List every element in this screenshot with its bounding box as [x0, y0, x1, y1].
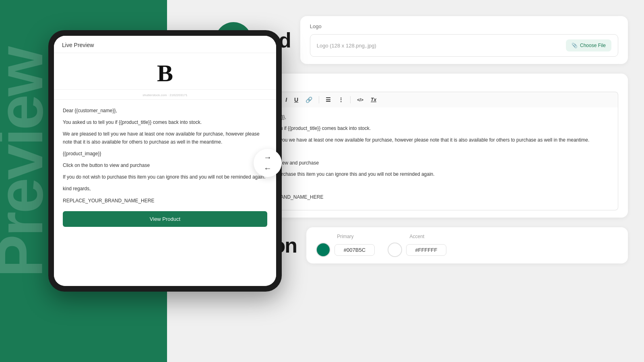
link-button[interactable]: 🔗: [303, 95, 315, 104]
primary-color-swatch[interactable]: [316, 243, 330, 257]
device-body: B shutterstock.com · 2162203171 Dear {{c…: [54, 53, 276, 286]
body-message-title: Body message: [225, 81, 618, 87]
arrow-left-icon: ←: [264, 164, 272, 173]
italic-button[interactable]: I: [283, 95, 289, 104]
choose-file-label: Choose File: [580, 43, 606, 48]
email-logo-letter: B: [157, 61, 173, 85]
email-product-image: {{product_image}}: [63, 150, 267, 158]
editor-product-image: {{product_image}}: [232, 147, 611, 155]
logo-card: Logo Logo (128 x 128.png,.jpg) 📎 Choose …: [300, 16, 628, 64]
left-panel: Preview Live Preview B shutterstock.com …: [0, 0, 167, 362]
color-card: Primary Accent: [306, 227, 628, 263]
editor-brand-name: REPLACE_YOUR_BRAND_NAME_HERE: [232, 193, 611, 201]
email-kind-regards: kind regards,: [63, 185, 267, 193]
swap-icon-container[interactable]: → ←: [254, 149, 282, 177]
editor-line5: If you do not wish to purchase this item…: [232, 170, 611, 178]
editor-content[interactable]: Dear {{customer_name}}, You asked us to …: [225, 107, 618, 210]
arrow-right-icon: →: [264, 153, 272, 162]
editor-toolbar: Normal ▾ B I U 🔗 ☰ ⋮ </> Tx: [225, 92, 618, 107]
ordered-list-button[interactable]: ☰: [323, 95, 333, 104]
paperclip-icon: 📎: [572, 43, 578, 48]
email-line5: If you do not wish to purchase this item…: [63, 173, 267, 181]
device-frame: Live Preview B shutterstock.com · 216220…: [48, 30, 282, 292]
editor-line2: You asked us to tell you if {{product_ti…: [232, 124, 611, 132]
email-line4: Click on the button to view and purchase: [63, 162, 267, 169]
clear-format-button[interactable]: Tx: [368, 96, 379, 104]
preview-watermark-text: Preview: [0, 48, 52, 278]
logo-upload-area: Logo (128 x 128.png,.jpg) 📎 Choose File: [310, 34, 618, 57]
email-line1: Dear {{customer_name}},: [63, 107, 267, 115]
unordered-list-button[interactable]: ⋮: [336, 95, 346, 104]
primary-color-item: Primary: [316, 234, 375, 257]
device-header: Live Preview: [54, 36, 276, 53]
logo-card-title: Logo: [310, 23, 618, 29]
underline-button[interactable]: U: [292, 95, 301, 104]
swap-arrows: → ←: [264, 153, 272, 173]
editor-line3: We are pleased to tell you we have at le…: [232, 136, 611, 144]
editor-line4: Click on the button to view and purchase: [232, 159, 611, 167]
editor-line1: Dear {{customer_name}},: [232, 113, 611, 121]
toolbar-divider-2: [319, 96, 319, 103]
watermark: shutterstock.com · 2162203171: [142, 93, 188, 97]
view-product-button[interactable]: View Product: [63, 211, 267, 227]
email-line2: You asked us to tell you if {{product_ti…: [63, 119, 267, 126]
primary-color-row: [316, 243, 375, 257]
email-brand-name: REPLACE_YOUR_BRAND_NAME_HERE: [63, 197, 267, 205]
accent-color-input[interactable]: [406, 244, 446, 256]
accent-color-row: [388, 243, 446, 257]
accent-color-item: Accent: [388, 234, 446, 257]
accent-color-swatch[interactable]: [388, 243, 402, 257]
email-content: Dear {{customer_name}}, You asked us to …: [54, 100, 276, 234]
email-logo-area: B: [54, 53, 276, 90]
primary-color-input[interactable]: [334, 244, 375, 256]
accent-color-label: Accent: [410, 234, 425, 239]
email-line3: We are pleased to tell you we have at le…: [63, 130, 267, 146]
toolbar-divider-3: [350, 96, 351, 103]
primary-color-label: Primary: [337, 234, 353, 239]
logo-upload-placeholder: Logo (128 x 128.png,.jpg): [317, 43, 376, 49]
editor-kind-regards: kind regards,: [232, 181, 611, 189]
choose-file-button[interactable]: 📎 Choose File: [566, 39, 611, 51]
live-preview-label: Live Preview: [62, 42, 94, 48]
device-inner: Live Preview B shutterstock.com · 216220…: [54, 36, 276, 286]
code-button[interactable]: </>: [355, 96, 366, 103]
